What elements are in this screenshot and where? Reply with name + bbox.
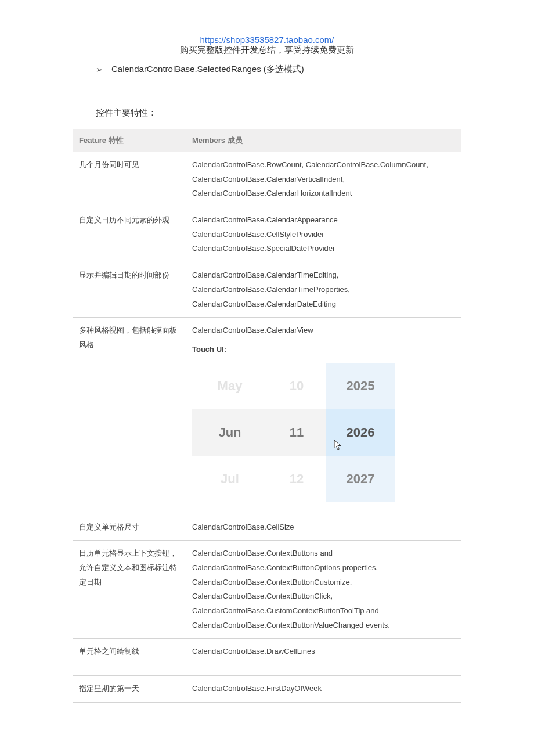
members-cell: CalendarControlBase.CellSize xyxy=(186,514,461,541)
touch-year-selected[interactable]: 2026 xyxy=(326,409,395,456)
members-cell: CalendarControlBase.RowCount, CalendarCo… xyxy=(186,152,461,207)
table-row: 多种风格视图，包括触摸面板风格 CalendarControlBase.Cale… xyxy=(73,318,461,514)
feature-cell: 日历单元格显示上下文按钮，允许自定义文本和图标标注特定日期 xyxy=(73,541,186,639)
header-subtitle: 购买完整版控件开发总结，享受持续免费更新 xyxy=(180,45,354,55)
section-title: 控件主要特性： xyxy=(96,107,461,118)
shop-url-link[interactable]: https://shop33535827.taobao.com/ xyxy=(200,35,334,45)
feature-cell: 自定义单元格尺寸 xyxy=(73,514,186,541)
members-cell: CalendarControlBase.CalendarView Touch U… xyxy=(186,318,461,514)
table-row: 几个月份同时可见 CalendarControlBase.RowCount, C… xyxy=(73,152,461,207)
feature-cell: 几个月份同时可见 xyxy=(73,152,186,207)
feature-cell: 显示并编辑日期的时间部份 xyxy=(73,262,186,318)
page-header: https://shop33535827.taobao.com/ 购买完整版控件… xyxy=(73,35,461,56)
table-row: 日历单元格显示上下文按钮，允许自定义文本和图标标注特定日期 CalendarCo… xyxy=(73,541,461,639)
members-cell: CalendarControlBase.DrawCellLines xyxy=(186,639,461,676)
feature-table: Feature 特性 Members 成员 几个月份同时可见 CalendarC… xyxy=(73,129,461,703)
table-header-row: Feature 特性 Members 成员 xyxy=(73,129,461,152)
feature-cell: 多种风格视图，包括触摸面板风格 xyxy=(73,318,186,514)
bullet-item: ➢ CalendarControlBase.SelectedRanges (多选… xyxy=(96,64,461,75)
touch-day-selected[interactable]: 11 xyxy=(268,409,326,456)
members-cell: CalendarControlBase.CalendarTimeEditing,… xyxy=(186,262,461,318)
members-cell: CalendarControlBase.FirstDayOfWeek xyxy=(186,676,461,703)
feature-cell: 指定星期的第一天 xyxy=(73,676,186,703)
table-row: 单元格之间绘制线 CalendarControlBase.DrawCellLin… xyxy=(73,639,461,676)
touch-year-prev[interactable]: 2025 xyxy=(326,363,395,409)
touch-ui-row-next: Jul 12 2027 xyxy=(192,456,395,502)
touch-ui-row-selected: Jun 11 2026 xyxy=(192,409,395,456)
touch-day-prev[interactable]: 10 xyxy=(268,363,326,409)
members-text-line: CalendarControlBase.CalendarView xyxy=(192,323,455,338)
document-page: https://shop33535827.taobao.com/ 购买完整版控件… xyxy=(0,0,534,756)
touch-day-next[interactable]: 12 xyxy=(268,456,326,502)
touch-month-prev[interactable]: May xyxy=(192,363,268,409)
touch-year-selected-value: 2026 xyxy=(347,420,375,445)
cursor-arrow-icon xyxy=(334,440,343,451)
table-row: 自定义单元格尺寸 CalendarControlBase.CellSize xyxy=(73,514,461,541)
touch-month-next[interactable]: Jul xyxy=(192,456,268,502)
members-cell: CalendarControlBase.CalendarAppearance C… xyxy=(186,207,461,262)
table-row: 指定星期的第一天 CalendarControlBase.FirstDayOfW… xyxy=(73,676,461,703)
header-feature: Feature 特性 xyxy=(73,129,186,152)
members-cell: CalendarControlBase.ContextButtons and C… xyxy=(186,541,461,639)
header-members: Members 成员 xyxy=(186,129,461,152)
table-row: 自定义日历不同元素的外观 CalendarControlBase.Calenda… xyxy=(73,207,461,262)
arrow-right-icon: ➢ xyxy=(96,64,103,75)
touch-ui-picker[interactable]: May 10 2025 Jun 11 2026 xyxy=(192,363,395,502)
table-row: 显示并编辑日期的时间部份 CalendarControlBase.Calenda… xyxy=(73,262,461,318)
touch-ui-label: Touch UI: xyxy=(192,343,455,357)
bullet-text: CalendarControlBase.SelectedRanges (多选模式… xyxy=(111,64,304,75)
touch-year-next[interactable]: 2027 xyxy=(326,456,395,502)
touch-ui-row-prev: May 10 2025 xyxy=(192,363,395,409)
feature-cell: 自定义日历不同元素的外观 xyxy=(73,207,186,262)
feature-cell: 单元格之间绘制线 xyxy=(73,639,186,676)
touch-month-selected[interactable]: Jun xyxy=(192,409,268,456)
